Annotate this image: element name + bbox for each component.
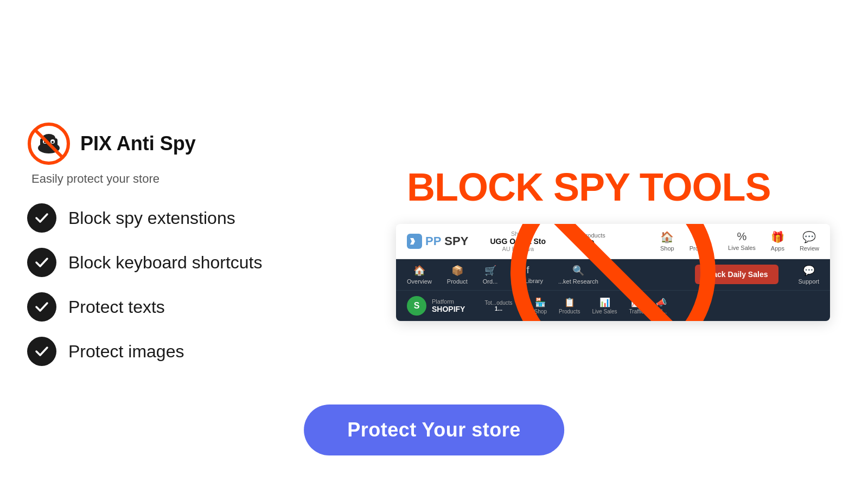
ppspy-logo: PPSPY [407, 234, 468, 249]
feature-label-texts: Protect texts [68, 297, 165, 317]
feature-item-block-shortcuts: Block keyboard shortcuts [27, 248, 331, 277]
feature-item-block-extensions: Block spy extenstions [27, 203, 331, 233]
check-icon-extensions [27, 203, 56, 233]
feature-item-protect-images: Protect images [27, 337, 331, 366]
bottom-nav-live-sales: 📊 Live Sales [592, 297, 617, 314]
ppspy-middle-nav: 🏠 Overview 📦 Product 🛒 Ord... f Ads Libr… [396, 259, 830, 290]
feature-label-extensions: Block spy extenstions [68, 208, 235, 228]
bottom-nav-shop: 🏪 Shop [534, 297, 547, 314]
feature-item-protect-texts: Protect texts [27, 292, 331, 322]
shopify-logo-area: S Platform SHOPIFY [407, 296, 465, 316]
ppspy-nav-icons: 🏠 Shop ⬜ Products % Live Sales 🎁 Apps [660, 230, 819, 252]
app-logo-icon [27, 122, 71, 165]
logo-area: PIX Anti Spy [27, 122, 331, 165]
platform-info: Platform SHOPIFY [432, 298, 465, 313]
feature-label-images: Protect images [68, 342, 184, 362]
nav-icon-review: 💬 Review [800, 230, 819, 252]
check-icon-images [27, 337, 56, 366]
nav-icon-live-sales: % Live Sales [728, 230, 756, 252]
nav-support: 💬 Support [798, 265, 819, 285]
main-container: PIX Anti Spy Easily protect your store B… [27, 11, 841, 477]
left-panel: PIX Anti Spy Easily protect your store B… [27, 122, 331, 366]
ppspy-top-bar: PPSPY Shop UGG Outlet Sto AU Brookva Tot… [396, 224, 830, 259]
check-icon-texts [27, 292, 56, 322]
feature-list: Block spy extenstions Block keyboard sho… [27, 203, 331, 366]
bottom-nav-products: 📋 Products [559, 297, 580, 314]
nav-market-research: 🔍 ...ket Research [558, 265, 598, 285]
feature-label-shortcuts: Block keyboard shortcuts [68, 253, 263, 273]
svg-point-7 [52, 141, 54, 143]
bottom-nav-ads: 📣 Ad... [656, 297, 667, 314]
bottom-nav-traffic: 📈 Traffic [629, 297, 644, 314]
nav-orders: 🛒 Ord... [483, 265, 498, 285]
total-products-bottom: Tot...oducts 1... [484, 300, 512, 312]
ppspy-bottom-bar: S Platform SHOPIFY Tot...oducts 1... 🏪 S… [396, 290, 830, 321]
nav-icon-products: ⬜ Products [690, 230, 713, 252]
nav-icon-shop: 🏠 Shop [660, 230, 674, 252]
cta-area: Protect Your store [304, 404, 564, 455]
headline: BLOCK SPY TOOLS [407, 168, 770, 207]
right-panel: BLOCK SPY TOOLS PPSPY Shop UGG Outlet St… [385, 168, 841, 321]
nav-overview: 🏠 Overview [407, 265, 432, 285]
spy-ui-mockup: PPSPY Shop UGG Outlet Sto AU Brookva Tot… [396, 224, 830, 321]
nav-icon-apps: 🎁 Apps [771, 230, 784, 252]
app-name: PIX Anti Spy [80, 132, 196, 155]
shopify-logo-icon: S [407, 296, 426, 316]
nav-ads-library: f Ads Library [513, 265, 543, 284]
bottom-nav-items: 🏪 Shop 📋 Products 📊 Live Sales 📈 Traffic [534, 297, 667, 314]
tagline: Easily protect your store [31, 172, 331, 186]
nav-product: 📦 Product [447, 265, 468, 285]
protect-store-button[interactable]: Protect Your store [304, 404, 564, 455]
total-products: Total Products 180 [567, 232, 605, 250]
track-daily-sales-button[interactable]: Track Daily Sales [695, 265, 778, 284]
check-icon-shortcuts [27, 248, 56, 277]
shop-info: Shop UGG Outlet Sto AU Brookva [490, 230, 546, 252]
